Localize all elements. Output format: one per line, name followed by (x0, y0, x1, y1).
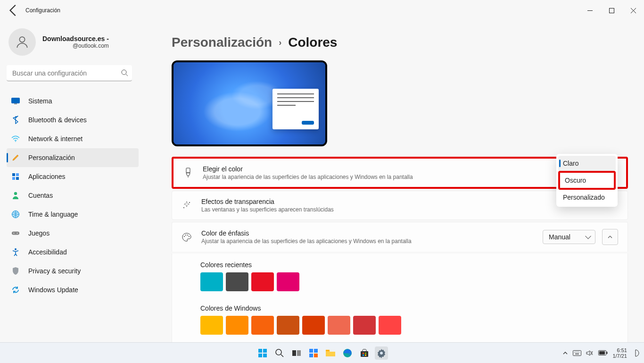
globe-clock-icon (11, 210, 20, 219)
mode-option-personalizado[interactable]: Personalizado (558, 190, 616, 205)
wifi-icon (11, 135, 20, 143)
profile-block[interactable]: Downloadsource.es - @outlook.com (7, 21, 139, 65)
close-button[interactable] (622, 2, 644, 19)
mode-option-oscuro[interactable]: Oscuro (558, 171, 616, 190)
color-swatch[interactable] (353, 316, 376, 335)
color-swatch[interactable] (328, 316, 350, 335)
color-swatch[interactable] (226, 316, 248, 335)
search-input[interactable] (7, 65, 132, 81)
back-button[interactable] (7, 3, 21, 17)
taskbar[interactable]: 6:51 1/7/21 (0, 342, 644, 363)
widgets-icon[interactable] (307, 346, 320, 360)
nav-cuentas[interactable]: Cuentas (7, 186, 139, 205)
search-box[interactable] (7, 65, 139, 81)
tray-battery-icon[interactable] (598, 350, 608, 355)
color-swatch[interactable] (251, 316, 274, 335)
system-tray[interactable]: 6:51 1/7/21 (562, 347, 644, 359)
color-swatch[interactable] (277, 316, 299, 335)
color-swatch[interactable] (302, 316, 325, 335)
mode-option-claro[interactable]: Claro (558, 156, 616, 171)
taskbar-search-icon[interactable] (273, 346, 286, 360)
nav-juegos[interactable]: Juegos (7, 224, 139, 243)
nav-label: Personalización (28, 154, 75, 161)
accent-expanded: Colores recientes Colores de Windows (172, 253, 628, 342)
svg-rect-32 (309, 354, 313, 357)
nav-time[interactable]: Time & language (7, 205, 139, 224)
tray-keyboard-icon[interactable] (573, 350, 581, 356)
svg-point-22 (189, 236, 190, 237)
minimize-button[interactable] (579, 2, 601, 19)
svg-point-42 (380, 352, 383, 355)
avatar (8, 28, 36, 56)
svg-rect-38 (365, 353, 366, 354)
profile-email: @outlook.com (42, 42, 109, 49)
svg-rect-33 (314, 354, 318, 357)
nav-update[interactable]: Windows Update (7, 280, 139, 299)
nav-bluetooth[interactable]: Bluetooth & devices (7, 110, 139, 129)
monitor-icon (11, 97, 20, 105)
palette-icon (182, 232, 192, 242)
svg-point-21 (187, 235, 188, 236)
search-icon (121, 69, 128, 76)
accent-mode-select[interactable]: Manual (543, 230, 595, 244)
breadcrumb-parent[interactable]: Personalización (172, 35, 272, 50)
color-swatch[interactable] (379, 316, 401, 335)
card-choose-mode[interactable]: Elegir el color Ajustar la apariencia de… (172, 157, 628, 189)
taskview-icon[interactable] (290, 346, 303, 360)
svg-point-13 (14, 233, 15, 234)
color-swatch[interactable] (200, 272, 223, 291)
svg-rect-24 (263, 349, 267, 353)
nav-personalizacion[interactable]: Personalización (7, 148, 139, 167)
store-icon[interactable] (358, 346, 371, 360)
svg-point-2 (122, 70, 126, 75)
color-swatch[interactable] (251, 272, 274, 291)
svg-rect-40 (365, 355, 366, 356)
nav: Sistema Bluetooth & devices Network & in… (7, 92, 139, 299)
color-swatch[interactable] (200, 316, 223, 335)
svg-rect-30 (309, 349, 313, 353)
svg-rect-12 (12, 231, 19, 235)
paintbrush-icon (11, 153, 20, 162)
svg-point-15 (15, 248, 17, 250)
svg-rect-26 (263, 354, 267, 357)
svg-rect-36 (361, 351, 368, 357)
svg-point-45 (576, 352, 577, 353)
nav-label: Privacy & security (28, 267, 81, 275)
card-accent[interactable]: Color de énfasis Ajustar la apariencia d… (172, 222, 628, 252)
color-swatch[interactable] (226, 272, 248, 291)
svg-rect-7 (16, 173, 19, 176)
collapse-button[interactable] (602, 229, 618, 245)
profile-name: Downloadsource.es - (42, 35, 109, 42)
nav-privacy[interactable]: Privacy & security (7, 262, 139, 280)
svg-rect-37 (363, 353, 364, 354)
svg-rect-51 (599, 351, 605, 355)
tray-volume-icon[interactable] (586, 350, 594, 356)
svg-rect-9 (16, 177, 19, 180)
recent-colors-label: Colores recientes (200, 261, 599, 269)
nav-sistema[interactable]: Sistema (7, 92, 139, 110)
nav-aplicaciones[interactable]: Aplicaciones (7, 167, 139, 186)
bluetooth-icon (11, 116, 20, 124)
nav-label: Accesibilidad (28, 248, 67, 256)
tray-notification-icon[interactable] (632, 349, 639, 357)
settings-icon[interactable] (375, 346, 388, 360)
tray-clock[interactable]: 6:51 1/7/21 (612, 347, 627, 359)
start-button[interactable] (256, 346, 269, 360)
color-swatch[interactable] (277, 272, 299, 291)
nav-label: Windows Update (28, 286, 78, 294)
window-controls (579, 2, 644, 19)
windows-colors (200, 316, 417, 335)
gamepad-icon (11, 229, 20, 237)
tray-chevron-icon[interactable] (562, 350, 568, 356)
maximize-button[interactable] (601, 2, 622, 19)
explorer-icon[interactable] (324, 346, 337, 360)
svg-rect-6 (12, 173, 15, 176)
svg-point-17 (189, 202, 190, 203)
person-icon (11, 191, 20, 200)
nav-network[interactable]: Network & internet (7, 129, 139, 148)
edge-icon[interactable] (341, 346, 354, 360)
nav-label: Network & internet (28, 135, 83, 143)
mode-dropdown: Claro Oscuro Personalizado (556, 154, 618, 207)
nav-accesibilidad[interactable]: Accesibilidad (7, 243, 139, 262)
svg-rect-28 (292, 350, 296, 356)
